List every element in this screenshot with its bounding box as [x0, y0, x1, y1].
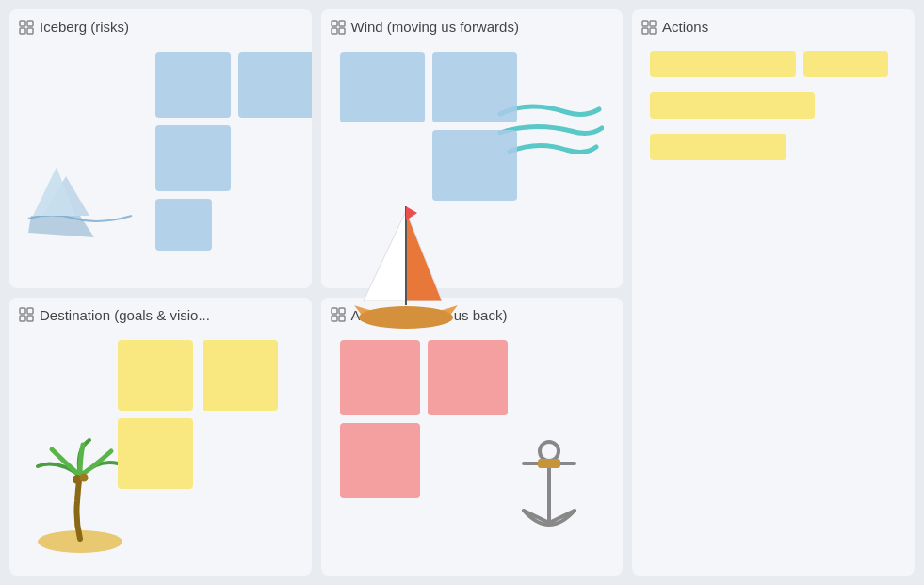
iceberg-sticky-2[interactable] [238, 52, 312, 118]
svg-point-21 [80, 474, 89, 482]
svg-rect-14 [650, 28, 656, 34]
iceberg-panel: Iceberg (risks) [9, 9, 312, 288]
anchor-sticky-3[interactable] [340, 423, 420, 498]
action-bar-2[interactable] [803, 51, 888, 77]
main-grid: Iceberg (risks) [0, 0, 924, 585]
destination-content [19, 331, 302, 562]
svg-rect-1 [27, 21, 33, 26]
actions-content [641, 42, 905, 561]
grid-icon-actions [641, 20, 657, 35]
svg-rect-23 [339, 308, 345, 314]
svg-rect-18 [27, 316, 33, 321]
destination-title: Destination (goals & visio... [40, 307, 210, 323]
wind-panel: Wind (moving us forwards) [321, 9, 624, 288]
svg-rect-0 [20, 21, 25, 26]
action-bar-4[interactable] [650, 134, 786, 160]
iceberg-header: Iceberg (risks) [19, 19, 302, 35]
wind-sticky-1[interactable] [340, 52, 425, 122]
iceberg-sticky-3[interactable] [155, 125, 231, 191]
anchor-sticky-2[interactable] [428, 340, 508, 415]
svg-rect-9 [332, 28, 337, 34]
dest-sticky-2[interactable] [203, 340, 278, 411]
svg-point-26 [540, 442, 559, 461]
svg-rect-7 [332, 21, 337, 26]
actions-title: Actions [662, 19, 708, 35]
iceberg-content [19, 42, 302, 274]
destination-header: Destination (goals & visio... [19, 307, 302, 323]
action-bar-3[interactable] [650, 92, 815, 119]
grid-icon-iceberg [19, 20, 34, 35]
grid-icon-anchor [331, 307, 346, 322]
wind-sticky-2[interactable] [432, 52, 517, 122]
svg-rect-15 [20, 308, 25, 314]
iceberg-sticky-1[interactable] [155, 52, 231, 118]
svg-rect-25 [339, 316, 345, 321]
dest-sticky-1[interactable] [118, 340, 193, 411]
svg-rect-12 [650, 21, 656, 26]
svg-rect-16 [27, 308, 33, 314]
anchor-header: Anchor (holding us back) [331, 307, 614, 323]
wind-header: Wind (moving us forwards) [331, 19, 614, 35]
anchor-illustration [505, 440, 594, 547]
svg-rect-8 [339, 21, 345, 26]
iceberg-illustration [24, 148, 137, 265]
grid-icon-destination [19, 307, 34, 322]
wind-title: Wind (moving us forwards) [351, 19, 519, 35]
wind-sticky-3[interactable] [432, 130, 517, 201]
svg-rect-22 [332, 308, 337, 314]
actions-panel: Actions [632, 9, 915, 576]
iceberg-sticky-4[interactable] [155, 199, 212, 251]
actions-header: Actions [641, 19, 905, 35]
anchor-content [331, 331, 614, 562]
dest-sticky-3[interactable] [118, 418, 193, 489]
destination-panel: Destination (goals & visio... [9, 298, 312, 577]
svg-rect-31 [538, 459, 560, 468]
svg-rect-11 [642, 21, 648, 26]
anchor-title: Anchor (holding us back) [351, 307, 508, 323]
action-bar-1[interactable] [650, 51, 796, 77]
wind-content [331, 42, 614, 274]
palm-illustration [28, 431, 132, 557]
svg-rect-3 [27, 28, 33, 34]
svg-rect-2 [20, 28, 25, 34]
anchor-panel: Anchor (holding us back) [321, 298, 624, 577]
grid-icon-wind [331, 20, 346, 35]
iceberg-title: Iceberg (risks) [40, 19, 129, 35]
svg-rect-17 [20, 316, 25, 321]
svg-rect-10 [339, 28, 345, 34]
anchor-sticky-1[interactable] [340, 340, 420, 415]
svg-rect-13 [642, 28, 648, 34]
svg-rect-24 [332, 316, 337, 321]
svg-marker-6 [28, 216, 94, 237]
